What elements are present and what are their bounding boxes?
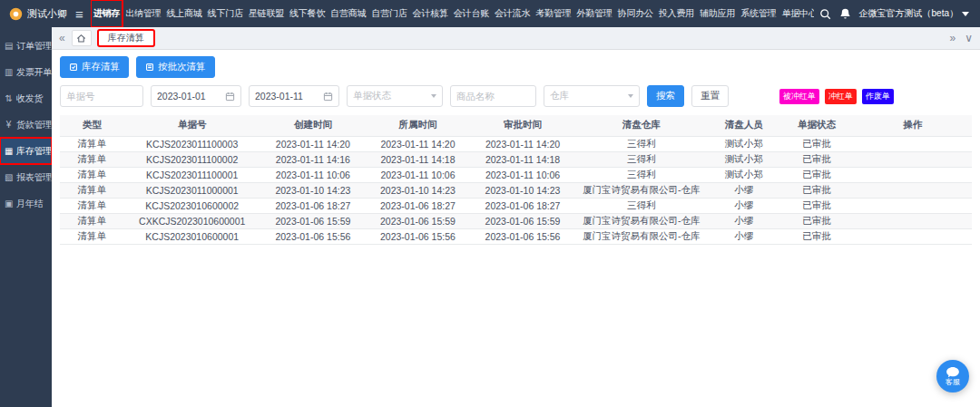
topnav-item[interactable]: 考勤管理 <box>533 0 573 27</box>
cell-doc-no: KCJS2023011100001 <box>123 167 260 182</box>
col-approve-time: 审批时间 <box>470 115 575 136</box>
warehouse-select[interactable]: 仓库 <box>544 85 640 107</box>
sidebar-item-month-end[interactable]: ▣ 月年结 <box>0 190 52 217</box>
topnav-item[interactable]: 线上商城 <box>163 0 204 27</box>
batch-settle-icon <box>145 63 154 72</box>
topnav-item[interactable]: 线下门店 <box>205 0 246 27</box>
table-row[interactable]: 清算单 KCJS2023010600001 2023-01-06 15:56 2… <box>60 228 972 244</box>
cell-action <box>853 151 972 167</box>
account-menu[interactable]: 企微宝官方测试（beta） <box>859 7 969 20</box>
customer-service-label: 客服 <box>946 379 960 386</box>
cell-type: 清算单 <box>60 198 123 213</box>
cell-action <box>853 228 972 244</box>
search-icon[interactable] <box>819 8 831 20</box>
cell-status: 已审批 <box>780 167 853 182</box>
doc-no-input[interactable] <box>66 91 137 102</box>
cell-created-time: 2023-01-10 14:23 <box>260 182 366 198</box>
topnav-item[interactable]: 协同办公 <box>615 0 656 27</box>
topnav-item[interactable]: 投入费用 <box>656 0 697 27</box>
topnav-item[interactable]: 自营门店 <box>368 0 409 27</box>
search-button[interactable]: 搜索 <box>647 85 684 107</box>
account-caret-icon <box>962 12 969 16</box>
cell-doc-no: KCJS2023011000001 <box>123 182 260 198</box>
tab-bar: « 库存清算 » ∨ <box>52 27 980 50</box>
table-row[interactable]: 清算单 KCJS2023011000001 2023-01-10 14:23 2… <box>60 182 972 198</box>
account-name: 企微宝官方测试（beta） <box>859 7 958 20</box>
table-row[interactable]: 清算单 KCJS2023011100001 2023-01-11 10:06 2… <box>60 167 972 182</box>
topnav-item[interactable]: 系统管理 <box>738 0 779 27</box>
sidebar-item-payment[interactable]: ¥ 货款管理 <box>0 111 52 138</box>
table-row[interactable]: 清算单 KCJS2023010600002 2023-01-06 18:27 2… <box>60 198 972 213</box>
menu-toggle-icon[interactable]: ≡ <box>74 7 91 21</box>
topnav-item[interactable]: 会计台账 <box>451 0 492 27</box>
sidebar-item-label: 库存管理 <box>16 145 52 158</box>
topnav-item[interactable]: 线下餐饮 <box>287 0 328 27</box>
table-row[interactable]: 清算单 CXKCJS2023010600001 2023-01-06 15:59… <box>60 213 972 228</box>
topnav-item[interactable]: 单据中心 <box>779 0 813 27</box>
cell-person: 测试小郑 <box>708 136 780 151</box>
topnav-item[interactable]: 出纳管理 <box>122 0 163 27</box>
cell-action <box>853 167 972 182</box>
cell-status: 已审批 <box>780 228 853 244</box>
sidebar-item-label: 货款管理 <box>16 119 52 131</box>
tab-inventory-settlement[interactable]: 库存清算 <box>98 30 154 46</box>
sidebar-item-invoice[interactable]: ▥ 发票开单 <box>0 59 52 85</box>
cell-status: 已审批 <box>780 182 853 198</box>
settle-icon <box>69 63 78 72</box>
cell-person: 小缪 <box>708 228 780 244</box>
product-name-input[interactable] <box>456 91 530 102</box>
col-belong-time: 所属时间 <box>366 115 471 136</box>
cell-belong-time: 2023-01-11 14:20 <box>366 136 471 151</box>
payment-icon: ¥ <box>4 120 14 130</box>
cell-approve-time: 2023-01-10 14:23 <box>470 182 575 198</box>
cell-doc-no: KCJS2023010600001 <box>123 228 260 244</box>
date-to-field[interactable] <box>249 85 339 107</box>
status-select[interactable]: 单据状态 <box>347 85 443 107</box>
customer-service-button[interactable]: 客服 <box>936 360 969 392</box>
cell-person: 测试小郑 <box>708 167 780 182</box>
reset-button[interactable]: 重置 <box>691 85 729 107</box>
topnav-item[interactable]: 辅助应用 <box>697 0 738 27</box>
collapse-tabs-icon[interactable]: « <box>59 33 65 44</box>
cell-warehouse: 厦门宝诗贸易有限公司-仓库 <box>575 182 708 198</box>
inventory-icon: ▦ <box>4 146 14 156</box>
cell-person: 小缪 <box>708 182 780 198</box>
topnav-item[interactable]: 外勤管理 <box>573 0 614 27</box>
topnav-item[interactable]: 自营商城 <box>328 0 368 27</box>
cell-warehouse: 厦门宝诗贸易有限公司-仓库 <box>575 228 708 244</box>
cell-type: 清算单 <box>60 151 123 167</box>
date-from-input[interactable] <box>157 91 221 102</box>
calendar-icon <box>225 92 235 102</box>
date-to-input[interactable] <box>255 91 319 102</box>
sidebar-item-reports[interactable]: ▧ 报表管理 <box>0 164 52 190</box>
cell-created-time: 2023-01-11 14:20 <box>260 136 366 151</box>
tab-list-caret-icon[interactable]: ∨ <box>965 33 973 44</box>
col-person: 清盘人员 <box>708 115 780 136</box>
batch-settle-button[interactable]: 按批次清算 <box>136 56 215 78</box>
sidebar-item-label: 订单管理 <box>16 40 52 53</box>
doc-no-field[interactable] <box>60 85 143 107</box>
notification-bell-icon[interactable] <box>839 8 851 20</box>
expand-tabs-icon[interactable]: » <box>950 33 956 44</box>
inventory-settle-button[interactable]: 库存清算 <box>60 56 129 78</box>
topnav-item[interactable]: 会计核算 <box>410 0 451 27</box>
sidebar-item-order-management[interactable]: ▤ 订单管理 <box>0 33 52 59</box>
row-color-legend: 被冲红单 冲红单 作废单 <box>779 89 894 104</box>
product-name-field[interactable] <box>450 85 536 107</box>
cell-doc-no: KCJS2023010600002 <box>123 198 260 213</box>
col-doc-no: 单据号 <box>123 115 260 136</box>
table-row[interactable]: 清算单 KCJS2023011100003 2023-01-11 14:20 2… <box>60 136 972 151</box>
sidebar-item-shipping[interactable]: ⇅ 收发货 <box>0 85 52 111</box>
topnav-item[interactable]: 会计流水 <box>492 0 533 27</box>
topnav-item[interactable]: 星链联盟 <box>246 0 287 27</box>
col-action: 操作 <box>853 115 972 136</box>
topnav-item[interactable]: 进销存 <box>91 0 122 27</box>
col-created-time: 创建时间 <box>260 115 366 136</box>
table-row[interactable]: 清算单 KCJS2023011100002 2023-01-11 14:16 2… <box>60 151 972 167</box>
home-tab-button[interactable] <box>72 30 92 46</box>
date-from-field[interactable] <box>151 85 241 107</box>
sidebar-item-label: 收发货 <box>16 92 43 105</box>
cell-action <box>853 213 972 228</box>
sidebar-item-inventory-management[interactable]: ▦ 库存管理 <box>0 138 52 164</box>
app-brand[interactable]: 测试小卿 <box>0 7 74 21</box>
